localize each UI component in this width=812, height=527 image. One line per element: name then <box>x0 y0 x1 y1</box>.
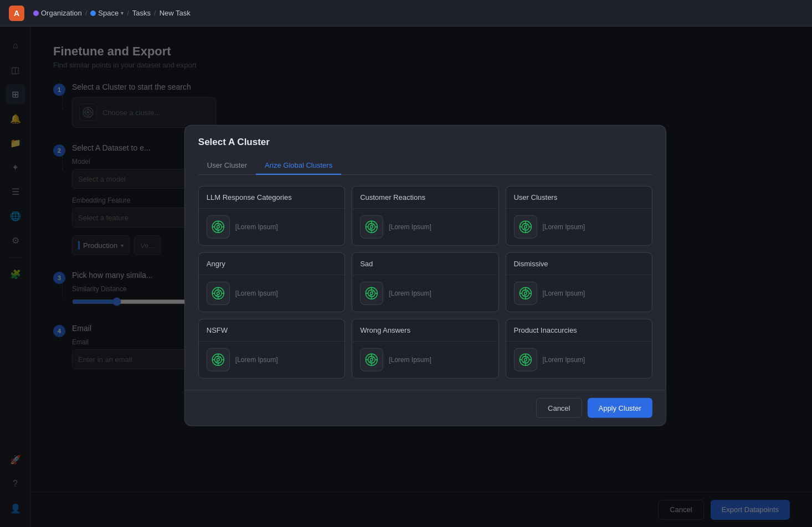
cluster-card-icon <box>207 215 230 239</box>
cluster-card[interactable]: Angry [Lorem Ipsum] <box>198 252 345 312</box>
cluster-card-body: [Lorem Ipsum] <box>506 209 651 245</box>
cluster-card[interactable]: Dismissive [Lorem Ipsum] <box>505 252 652 312</box>
cluster-card-text: [Lorem Ipsum] <box>235 223 278 231</box>
modal-header: Select A Cluster User Cluster Arize Glob… <box>185 126 666 175</box>
cluster-card[interactable]: Wrong Answers [Lorem Ipsum] <box>352 319 498 379</box>
modal-body: LLM Response Categories [Lor <box>185 175 666 390</box>
cluster-card-text: [Lorem Ipsum] <box>542 223 585 231</box>
cluster-card-name: User Clusters <box>506 187 651 209</box>
cluster-card-text: [Lorem Ipsum] <box>542 290 585 297</box>
cluster-card[interactable]: NSFW [Lorem Ipsum] <box>198 319 345 379</box>
cluster-card-icon <box>360 348 383 371</box>
cluster-card-body: [Lorem Ipsum] <box>506 342 651 378</box>
cluster-card-name: Dismissive <box>506 253 651 275</box>
topnav: A Organization / Space ▾ / Tasks / New T… <box>0 0 812 27</box>
cluster-card-name: Wrong Answers <box>352 319 498 342</box>
tab-user-cluster[interactable]: User Cluster <box>198 157 256 175</box>
cluster-card[interactable]: LLM Response Categories [Lor <box>198 186 345 246</box>
cluster-card[interactable]: Product Inaccurcies [Lorem I <box>505 319 652 379</box>
cluster-card-icon <box>513 282 537 305</box>
app-logo: A <box>9 6 24 21</box>
cluster-card-text: [Lorem Ipsum] <box>389 290 431 297</box>
cluster-card-body: [Lorem Ipsum] <box>506 275 651 312</box>
cluster-card-body: [Lorem Ipsum] <box>199 275 345 312</box>
breadcrumb-space[interactable]: Space ▾ <box>90 9 124 17</box>
breadcrumb-org[interactable]: Organization <box>33 9 82 17</box>
cluster-card-name: LLM Response Categories <box>199 187 345 209</box>
svg-point-44 <box>524 292 527 294</box>
svg-point-51 <box>217 358 219 361</box>
svg-point-23 <box>524 225 527 228</box>
cluster-card-icon <box>360 282 383 305</box>
cluster-card-name: Product Inaccurcies <box>506 319 651 342</box>
cluster-card-text: [Lorem Ipsum] <box>389 356 431 364</box>
cluster-card-name: Customer Reactions <box>352 187 498 209</box>
cluster-card-name: Angry <box>199 253 345 275</box>
modal-title: Select A Cluster <box>198 137 652 148</box>
cluster-card-icon <box>513 215 537 239</box>
cluster-card[interactable]: User Clusters [Lorem Ipsum] <box>505 186 652 246</box>
cluster-card-text: [Lorem Ipsum] <box>542 356 585 364</box>
modal-tabs: User Cluster Arize Global Clusters <box>198 157 652 175</box>
breadcrumb-tasks[interactable]: Tasks <box>132 9 151 17</box>
space-chevron-icon: ▾ <box>121 10 124 16</box>
cluster-card-icon <box>207 348 230 371</box>
cluster-card-body: [Lorem Ipsum] <box>199 209 345 245</box>
breadcrumb: Organization / Space ▾ / Tasks / New Tas… <box>33 9 191 17</box>
cluster-card-body: [Lorem Ipsum] <box>199 342 345 378</box>
cluster-card-name: NSFW <box>199 319 345 342</box>
modal-footer: Cancel Apply Cluster <box>185 390 666 426</box>
cluster-card-name: Sad <box>352 253 498 275</box>
cluster-card-text: [Lorem Ipsum] <box>389 223 431 231</box>
svg-point-65 <box>524 358 527 361</box>
cluster-card-icon <box>207 282 230 305</box>
cluster-card[interactable]: Sad [Lorem Ipsum] <box>352 252 498 312</box>
svg-point-58 <box>371 358 373 361</box>
cluster-card-text: [Lorem Ipsum] <box>235 290 278 297</box>
cluster-card-text: [Lorem Ipsum] <box>235 356 278 364</box>
cluster-card-icon <box>513 348 537 371</box>
cluster-card-body: [Lorem Ipsum] <box>352 209 498 245</box>
svg-point-9 <box>217 225 219 228</box>
cluster-card[interactable]: Customer Reactions [Lorem Ip <box>352 186 498 246</box>
breadcrumb-new-task[interactable]: New Task <box>160 9 191 17</box>
cluster-card-icon <box>360 215 383 239</box>
select-cluster-modal: Select A Cluster User Cluster Arize Glob… <box>184 125 666 426</box>
svg-point-37 <box>371 292 373 294</box>
modal-apply-button[interactable]: Apply Cluster <box>587 398 652 418</box>
cluster-card-body: [Lorem Ipsum] <box>352 275 498 312</box>
tab-arize-global[interactable]: Arize Global Clusters <box>256 157 341 175</box>
modal-cancel-button[interactable]: Cancel <box>536 398 582 418</box>
svg-point-30 <box>217 292 219 294</box>
cluster-card-body: [Lorem Ipsum] <box>352 342 498 378</box>
svg-point-16 <box>371 225 373 228</box>
